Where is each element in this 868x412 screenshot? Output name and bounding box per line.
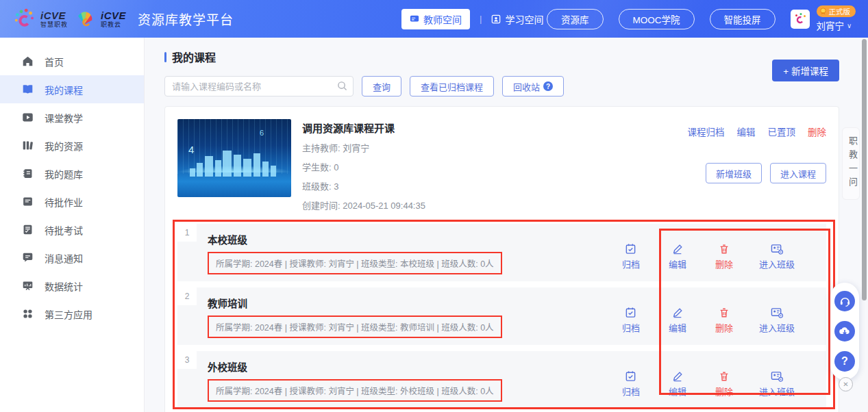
download-button[interactable]: [834, 321, 855, 342]
sidebar-item-pending-exams[interactable]: 待批考试: [0, 216, 144, 244]
class-delete-button[interactable]: 删除: [712, 244, 736, 270]
course-header: 4 6 调用资源库课程开课 主持教师: 刘宵宁 学生数: 0 班级数: 3 创建…: [177, 119, 826, 211]
archive-label: 归档: [622, 321, 640, 334]
chat-bubble-icon: [22, 252, 34, 263]
class-edit-button[interactable]: 编辑: [666, 244, 689, 270]
course-delete-link[interactable]: 删除: [808, 125, 826, 138]
class-delete-button[interactable]: 删除: [712, 371, 736, 398]
enter-class-button[interactable]: 进入班级: [759, 370, 795, 398]
archive-icon: [625, 243, 636, 255]
student-space-link[interactable]: 学习空间: [491, 12, 543, 26]
view-archived-button[interactable]: 查看已归档课程: [410, 76, 494, 96]
mooc-pill[interactable]: MOOC学院: [619, 9, 695, 29]
class-title[interactable]: 外校班级: [208, 359, 619, 374]
enter-class-label: 进入班级: [759, 257, 795, 270]
username-menu[interactable]: 刘宵宁 ∨: [817, 18, 852, 32]
enter-class-icon: [771, 243, 783, 255]
sidebar-item-question-bank[interactable]: 我的题库: [0, 159, 144, 188]
sidebar-item-pending-homework[interactable]: 待批作业: [0, 188, 144, 216]
floating-toolbar: ?: [830, 283, 859, 380]
archive-icon: [625, 370, 636, 382]
archive-icon: [625, 307, 636, 318]
course-thumbnail[interactable]: 4 6: [177, 119, 291, 197]
class-row-1: 1 本校班级 所属学期: 2024春 | 授课教师: 刘宵宁 | 班级类型: 本…: [177, 224, 826, 281]
edit-pen-icon: [672, 244, 683, 255]
help-button[interactable]: ?: [834, 351, 855, 372]
resource-lib-pill[interactable]: 资源库: [547, 9, 604, 29]
close-floating-toolbar-button[interactable]: ✕: [839, 377, 853, 391]
add-class-button[interactable]: 新增班级: [706, 163, 762, 183]
headset-icon: [839, 296, 851, 307]
row-index: 3: [177, 351, 197, 369]
sidebar-item-home[interactable]: 首页: [0, 47, 144, 75]
edit-label: 编辑: [669, 257, 686, 270]
vertical-scrollbar[interactable]: [862, 39, 867, 300]
logo1-text: iCVE 智慧职教: [40, 10, 68, 28]
course-buttons: 新增班级 进入课程: [706, 163, 826, 183]
sidebar-item-my-courses[interactable]: 我的课程: [0, 75, 144, 103]
smart-cast-pill[interactable]: 智能投屏: [710, 9, 776, 29]
class-meta-annotated: 所属学期: 2024春 | 授课教师: 刘宵宁 | 班级类型: 教师培训 | 班…: [208, 316, 502, 338]
archive-label: 归档: [622, 257, 640, 270]
row-main: 外校班级 所属学期: 2024春 | 授课教师: 刘宵宁 | 班级类型: 外校班…: [208, 359, 619, 409]
chevron-down-icon: ∨: [847, 22, 852, 29]
sidebar-item-label: 我的题库: [45, 167, 83, 181]
class-archive-button[interactable]: 归档: [619, 307, 643, 334]
enter-course-button[interactable]: 进入课程: [770, 163, 826, 183]
class-title[interactable]: 教师培训: [208, 296, 619, 310]
course-pinned-link[interactable]: 已置顶: [768, 125, 796, 138]
zhijiao-qa-vertical-tab[interactable]: 职教一问: [842, 127, 860, 200]
class-edit-button[interactable]: 编辑: [666, 307, 689, 334]
class-delete-button[interactable]: 删除: [712, 307, 736, 334]
sidebar-item-statistics[interactable]: 数据统计: [0, 272, 144, 300]
sidebar-item-my-resources[interactable]: 我的资源: [0, 131, 144, 159]
nav-divider: |: [480, 14, 482, 24]
library-icon: [22, 140, 34, 151]
page-title: 我的课程: [164, 49, 839, 65]
sidebar-item-label: 课堂教学: [45, 111, 83, 125]
city-skyline-decor: [177, 145, 291, 177]
enter-class-button[interactable]: 进入班级: [759, 243, 795, 270]
course-search-input[interactable]: [164, 76, 354, 96]
edit-label: 编辑: [669, 321, 686, 334]
sidebar-item-label: 我的课程: [45, 83, 83, 96]
teacher-space-label: 教师空间: [423, 12, 462, 26]
trash-icon: [719, 371, 730, 382]
trash-icon: [719, 244, 730, 255]
avatar[interactable]: [791, 10, 810, 29]
class-title[interactable]: 本校班级: [208, 232, 619, 246]
enter-class-button[interactable]: 进入班级: [759, 307, 795, 334]
class-row-3: 3 外校班级 所属学期: 2024春 | 授课教师: 刘宵宁 | 班级类型: 外…: [177, 351, 826, 409]
row-main: 本校班级 所属学期: 2024春 | 授课教师: 刘宵宁 | 班级类型: 本校班…: [208, 232, 619, 281]
top-header: iCVE 智慧职教 iCVE 职教云 资源库教学平台: [0, 0, 868, 38]
sidebar-item-classroom-teaching[interactable]: 课堂教学: [0, 103, 144, 131]
course-host-teacher: 主持教师: 刘宵宁: [302, 141, 610, 154]
class-edit-button[interactable]: 编辑: [666, 371, 689, 398]
medal-icon: [819, 8, 827, 15]
class-archive-button[interactable]: 归档: [619, 243, 643, 270]
edition-badge: 正式版: [817, 5, 856, 17]
user-area: 正式版 刘宵宁 ∨: [817, 5, 856, 32]
brand-area: iCVE 智慧职教 iCVE 职教云 资源库教学平台: [12, 8, 234, 31]
delete-label: 删除: [715, 385, 733, 398]
add-course-button[interactable]: + 新增课程: [772, 60, 839, 81]
course-student-count: 学生数: 0: [302, 160, 610, 173]
search-box: [164, 76, 354, 96]
course-edit-link[interactable]: 编辑: [737, 125, 756, 138]
course-info: 调用资源库课程开课 主持教师: 刘宵宁 学生数: 0 班级数: 3 创建时间: …: [302, 119, 610, 211]
course-created-time: 创建时间: 2024-05-21 09:44:35: [302, 198, 610, 211]
customer-service-button[interactable]: [834, 291, 855, 311]
recycle-bin-button[interactable]: 回收站 ?: [502, 76, 564, 96]
content: 我的课程 + 新增课程 查询 查看已归档课程 回收站 ?: [164, 49, 839, 412]
class-archive-button[interactable]: 归档: [619, 370, 643, 398]
row-actions: 归档 编辑 删除 进入: [619, 232, 813, 281]
search-button[interactable]: 查询: [362, 76, 401, 96]
sidebar-item-third-party-apps[interactable]: 第三方应用: [0, 300, 144, 328]
sidebar-item-notifications[interactable]: 消息通知: [0, 244, 144, 272]
edit-pen-icon: [672, 307, 683, 318]
app-window: iCVE 智慧职教 iCVE 职教云 资源库教学平台: [0, 0, 868, 412]
presentation-chart-icon: [22, 280, 34, 292]
teacher-space-button[interactable]: 教师空间: [401, 9, 470, 29]
enter-class-icon: [771, 370, 783, 382]
course-archive-link[interactable]: 课程归档: [688, 125, 725, 138]
